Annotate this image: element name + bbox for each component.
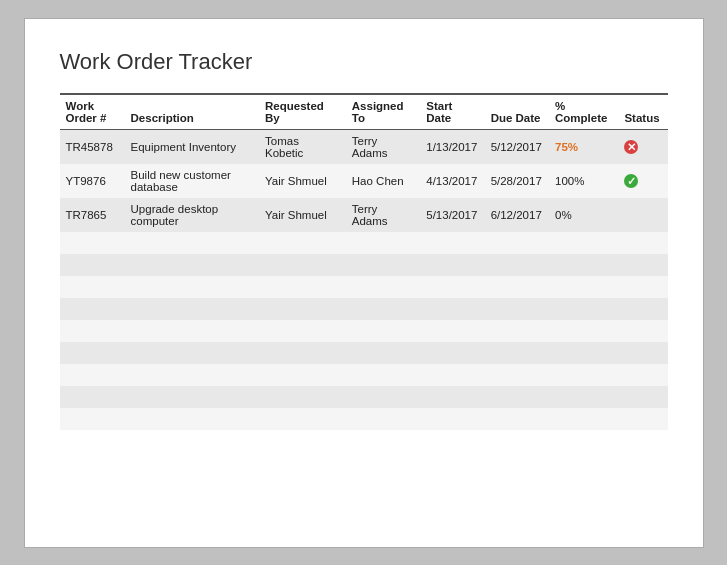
empty-cell — [618, 276, 667, 298]
empty-cell — [60, 342, 125, 364]
empty-cell — [125, 276, 259, 298]
cell-description: Build new customer database — [125, 164, 259, 198]
status-icon-error: ✕ — [624, 140, 638, 154]
empty-cell — [549, 386, 618, 408]
col-header-assignedto: Assigned To — [346, 94, 420, 130]
empty-cell — [618, 254, 667, 276]
cell-workorder: TR45878 — [60, 129, 125, 164]
col-header-requestedby: Requested By — [259, 94, 346, 130]
empty-cell — [618, 364, 667, 386]
empty-row — [60, 254, 668, 276]
col-header-pctcomplete: % Complete — [549, 94, 618, 130]
empty-cell — [420, 364, 484, 386]
empty-cell — [346, 320, 420, 342]
empty-cell — [60, 254, 125, 276]
empty-cell — [420, 320, 484, 342]
empty-cell — [549, 342, 618, 364]
empty-cell — [259, 298, 346, 320]
cell-status: ✕ — [618, 129, 667, 164]
empty-cell — [420, 254, 484, 276]
empty-cell — [618, 320, 667, 342]
col-header-workorder: WorkOrder # — [60, 94, 125, 130]
empty-cell — [346, 342, 420, 364]
empty-row — [60, 232, 668, 254]
table-row: TR45878Equipment InventoryTomas KobeticT… — [60, 129, 668, 164]
cell-assignedto: Hao Chen — [346, 164, 420, 198]
cell-startdate: 5/13/2017 — [420, 198, 484, 232]
cell-requestedby: Tomas Kobetic — [259, 129, 346, 164]
cell-pctcomplete: 75% — [549, 129, 618, 164]
empty-cell — [420, 408, 484, 430]
cell-duedate: 5/12/2017 — [485, 129, 549, 164]
cell-startdate: 1/13/2017 — [420, 129, 484, 164]
empty-cell — [485, 254, 549, 276]
empty-row — [60, 342, 668, 364]
empty-cell — [420, 276, 484, 298]
empty-cell — [259, 342, 346, 364]
empty-cell — [346, 386, 420, 408]
cell-assignedto: Terry Adams — [346, 129, 420, 164]
empty-row — [60, 408, 668, 430]
empty-cell — [420, 386, 484, 408]
empty-cell — [485, 408, 549, 430]
cell-description: Upgrade desktop computer — [125, 198, 259, 232]
empty-cell — [259, 276, 346, 298]
empty-cell — [259, 386, 346, 408]
empty-row — [60, 320, 668, 342]
page-title: Work Order Tracker — [60, 49, 668, 75]
empty-cell — [125, 408, 259, 430]
empty-cell — [346, 408, 420, 430]
empty-cell — [60, 320, 125, 342]
empty-row — [60, 364, 668, 386]
empty-cell — [259, 408, 346, 430]
empty-cell — [485, 386, 549, 408]
empty-cell — [618, 386, 667, 408]
table-header-row: WorkOrder # Description Requested By Ass… — [60, 94, 668, 130]
empty-cell — [259, 320, 346, 342]
cell-assignedto: Terry Adams — [346, 198, 420, 232]
empty-cell — [549, 254, 618, 276]
empty-cell — [618, 408, 667, 430]
cell-status: ✓ — [618, 164, 667, 198]
empty-cell — [125, 254, 259, 276]
empty-cell — [549, 276, 618, 298]
empty-cell — [420, 298, 484, 320]
empty-cell — [485, 276, 549, 298]
empty-cell — [549, 232, 618, 254]
cell-pctcomplete: 100% — [549, 164, 618, 198]
cell-status — [618, 198, 667, 232]
empty-cell — [125, 232, 259, 254]
empty-cell — [60, 386, 125, 408]
cell-description: Equipment Inventory — [125, 129, 259, 164]
work-order-table: WorkOrder # Description Requested By Ass… — [60, 93, 668, 430]
empty-cell — [346, 298, 420, 320]
empty-row — [60, 386, 668, 408]
empty-cell — [259, 364, 346, 386]
cell-startdate: 4/13/2017 — [420, 164, 484, 198]
empty-cell — [346, 364, 420, 386]
cell-requestedby: Yair Shmuel — [259, 164, 346, 198]
empty-row — [60, 276, 668, 298]
table-row: TR7865Upgrade desktop computerYair Shmue… — [60, 198, 668, 232]
empty-cell — [485, 320, 549, 342]
empty-cell — [618, 342, 667, 364]
empty-cell — [125, 298, 259, 320]
cell-workorder: YT9876 — [60, 164, 125, 198]
empty-cell — [618, 298, 667, 320]
empty-cell — [259, 254, 346, 276]
empty-cell — [60, 232, 125, 254]
empty-cell — [420, 232, 484, 254]
table-body: TR45878Equipment InventoryTomas KobeticT… — [60, 129, 668, 430]
empty-row — [60, 298, 668, 320]
empty-cell — [549, 298, 618, 320]
cell-workorder: TR7865 — [60, 198, 125, 232]
empty-cell — [346, 276, 420, 298]
empty-cell — [549, 408, 618, 430]
cell-requestedby: Yair Shmuel — [259, 198, 346, 232]
col-header-duedate: Due Date — [485, 94, 549, 130]
empty-cell — [549, 364, 618, 386]
empty-cell — [485, 232, 549, 254]
empty-cell — [549, 320, 618, 342]
col-header-startdate: Start Date — [420, 94, 484, 130]
col-header-description: Description — [125, 94, 259, 130]
